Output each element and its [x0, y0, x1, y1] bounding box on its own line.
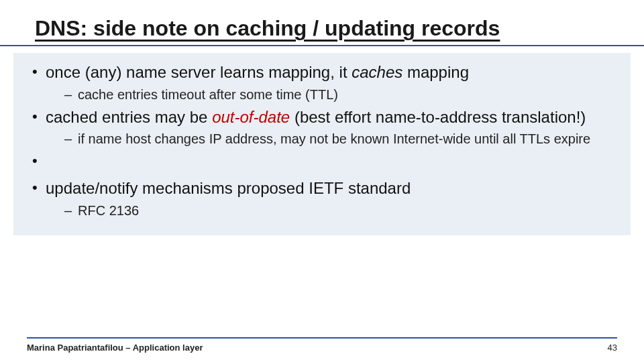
sub-bullet-list: cache entries timeout after some time (T… — [46, 86, 617, 103]
spacer — [31, 152, 617, 178]
sub-bullet-item: RFC 2136 — [64, 202, 617, 219]
slide: DNS: side note on caching / updating rec… — [0, 0, 644, 362]
text: cache entries timeout after some time (T… — [78, 87, 338, 102]
sub-bullet-item: if name host changes IP address, may not… — [64, 130, 617, 147]
footer-divider — [27, 337, 617, 339]
text: update/notify mechanisms proposed IETF s… — [46, 179, 411, 197]
bullet-item: cached entries may be out-of-date (best … — [31, 107, 617, 148]
slide-title: DNS: side note on caching / updating rec… — [27, 13, 617, 42]
emphasis-text: caches — [352, 63, 402, 81]
text: cached entries may be — [46, 108, 212, 126]
page-number: 43 — [608, 343, 617, 353]
bullet-item: once (any) name server learns mapping, i… — [31, 62, 617, 103]
bullet-item: update/notify mechanisms proposed IETF s… — [31, 178, 617, 219]
sub-bullet-item: cache entries timeout after some time (T… — [64, 86, 617, 103]
text: RFC 2136 — [78, 203, 139, 218]
sub-bullet-list: if name host changes IP address, may not… — [46, 130, 617, 147]
text: once (any) name server learns mapping, i… — [46, 63, 352, 81]
text: (best effort name-to-address translation… — [290, 108, 586, 126]
slide-footer: Marina Papatriantafilou – Application la… — [0, 337, 644, 353]
text: mapping — [402, 63, 469, 81]
footer-author: Marina Papatriantafilou – Application la… — [27, 343, 203, 353]
footer-row: Marina Papatriantafilou – Application la… — [27, 343, 617, 353]
accent-text: out-of-date — [212, 108, 290, 126]
text: if name host changes IP address, may not… — [78, 131, 590, 146]
bullet-list: once (any) name server learns mapping, i… — [27, 62, 617, 219]
content-panel: once (any) name server learns mapping, i… — [13, 53, 631, 235]
title-divider — [0, 45, 644, 46]
sub-bullet-list: RFC 2136 — [46, 202, 617, 219]
